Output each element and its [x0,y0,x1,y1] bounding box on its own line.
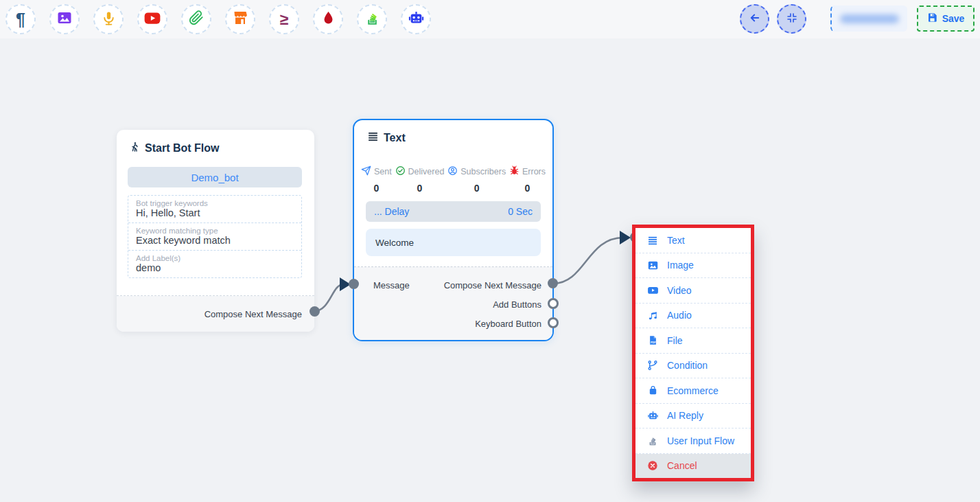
shopping-bag-icon [646,385,659,396]
stat-sent: Sent 0 [361,166,392,194]
menu-item-label: File [667,335,683,346]
toolbar-button-image[interactable] [49,4,80,34]
redacted-flow-name-button[interactable] [830,5,907,32]
delay-label: ... Delay [374,206,409,217]
connection-line [553,238,623,284]
io-row: Message Compose Next Message [354,280,552,290]
delay-setting[interactable]: ... Delay 0 Sec [366,201,541,222]
greater-equal-icon: ≥ [280,12,289,27]
compose-next-message-label: Compose Next Message [205,309,302,319]
drag-handle-icon[interactable] [367,130,379,145]
start-node-fields[interactable]: Bot trigger keywords Hi, Hello, Start Ke… [128,195,302,278]
bot-name-field[interactable]: Demo_bot [128,167,302,187]
start-node-footer: Compose Next Message [117,296,314,332]
field-value: Exact keyword match [136,235,294,246]
stat-label: Delivered [408,167,445,176]
handle-add-buttons[interactable] [548,298,559,309]
toolbar-button-video[interactable] [137,4,167,34]
toolbar-button-text[interactable]: ¶ [5,4,36,34]
keyboard-button-label: Keyboard Button [475,319,541,329]
connection-line [314,284,343,311]
menu-item-video[interactable]: Video [635,278,751,304]
flow-builder-canvas[interactable]: ¶ ≥ [0,0,980,502]
fit-view-button[interactable] [777,4,806,34]
handle-text-message-input[interactable] [349,279,359,289]
toolbar-button-ai-reply[interactable] [401,4,431,34]
field-bot-trigger-keywords[interactable]: Bot trigger keywords Hi, Hello, Start [128,196,301,223]
svg-text:PDF: PDF [651,341,656,344]
menu-item-file[interactable]: PDF File [635,328,751,354]
text-node[interactable]: Text Sent 0 Delivered 0 Subscr [353,119,554,341]
paragraph-icon: ¶ [16,11,25,28]
image-icon [646,260,659,271]
redacted-text [840,14,899,23]
cancel-circle-icon [646,460,659,471]
menu-item-audio[interactable]: Audio [635,304,751,329]
start-bot-flow-node[interactable]: Start Bot Flow Demo_bot Bot trigger keyw… [117,130,314,332]
menu-item-label: Audio [667,310,692,321]
field-keyword-matching-type[interactable]: Keyword matching type Exact keyword matc… [128,223,301,251]
add-buttons-label: Add Buttons [493,299,541,310]
menu-item-label: Cancel [667,460,697,471]
menu-item-ai-reply[interactable]: AI Reply [635,404,751,429]
handle-start-compose-next-message[interactable] [310,306,320,317]
save-button[interactable]: Save [917,5,975,32]
toolbar-button-audio[interactable] [93,4,124,34]
stat-label: Subscribers [460,167,506,176]
compose-next-message-label: Compose Next Message [444,280,541,290]
connection-arrow [620,231,631,244]
add-node-context-menu: Text Image Video Audio PDF File Conditio… [632,225,754,481]
store-icon [232,10,248,29]
menu-item-cancel[interactable]: Cancel [635,454,751,479]
menu-item-condition[interactable]: Condition [635,354,751,379]
delay-value: 0 Sec [508,206,533,217]
menu-item-label: Image [667,260,694,271]
menu-item-label: Ecommerce [667,385,719,396]
stat-errors: Errors 0 [509,166,546,194]
drop-icon [320,10,336,29]
robot-icon [646,410,659,422]
toolbar-button-file[interactable] [181,4,211,34]
toolbar-button-drip[interactable] [313,4,343,34]
robot-icon [408,10,425,30]
back-button[interactable] [740,4,769,34]
menu-item-label: AI Reply [667,410,703,421]
field-value: Hi, Hello, Start [136,207,294,218]
bug-icon [509,166,520,178]
send-icon [361,166,371,178]
menu-item-label: Video [667,285,692,296]
microphone-icon [101,10,117,29]
text-lines-icon [646,235,659,246]
start-node-title: Start Bot Flow [129,141,219,155]
toolbar-button-ecommerce[interactable] [225,4,255,34]
stack-icon [646,435,659,446]
toolbar-button-user-input-flow[interactable] [357,4,387,34]
text-node-stats: Sent 0 Delivered 0 Subscribers 0 [361,166,546,194]
youtube-icon [143,9,161,30]
top-toolbar: ¶ ≥ [0,0,980,38]
toolbar-button-condition[interactable]: ≥ [269,4,299,34]
file-pdf-icon: PDF [646,335,659,345]
floppy-disk-icon [927,12,937,25]
handle-keyboard-button[interactable] [548,317,559,328]
menu-item-user-input-flow[interactable]: User Input Flow [635,429,751,454]
text-node-title: Text [367,130,406,145]
stat-value: 0 [447,183,506,194]
stack-icon [364,10,380,29]
save-label: Save [942,13,965,24]
arrow-left-icon [749,12,761,27]
stat-delivered: Delivered 0 [395,166,445,194]
message-text-preview[interactable]: Welcome [366,229,541,256]
handle-text-compose-next-message[interactable] [548,278,558,288]
menu-item-image[interactable]: Image [635,253,751,279]
paperclip-icon [189,10,204,28]
field-add-labels[interactable]: Add Label(s) demo [128,251,301,277]
text-node-title-label: Text [384,132,406,144]
field-label: Bot trigger keywords [136,199,294,207]
menu-item-ecommerce[interactable]: Ecommerce [635,378,751,404]
menu-item-text[interactable]: Text [635,228,751,253]
start-node-title-label: Start Bot Flow [145,142,219,155]
user-circle-icon [447,166,458,178]
menu-item-label: Text [667,235,685,246]
stat-value: 0 [509,183,546,194]
